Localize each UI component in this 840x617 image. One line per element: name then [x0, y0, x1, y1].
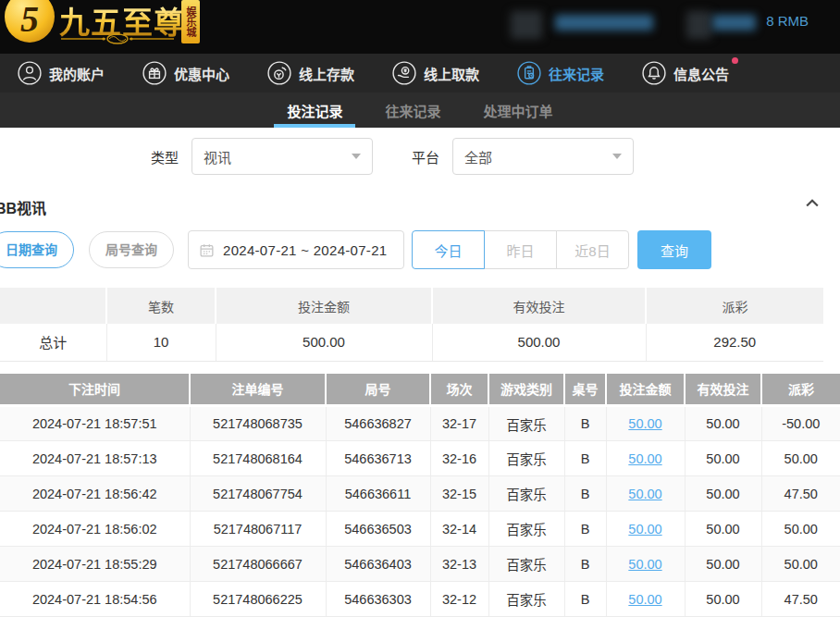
balance-amount: 8 RMB	[766, 13, 809, 29]
bet-time-cell: 2024-07-21 18:56:42	[0, 476, 190, 512]
table-number-cell: B	[564, 476, 606, 512]
table-number-cell: B	[564, 406, 606, 441]
payout-cell: 47.50	[761, 476, 840, 512]
date-range-input[interactable]: 2024-07-21 ~ 2024-07-21	[188, 230, 404, 269]
platform-select[interactable]: 全部	[452, 138, 634, 175]
nav-announcements[interactable]: 信息公告	[642, 61, 729, 85]
date-query-button[interactable]: 日期查询	[0, 231, 74, 268]
section-header: BB视讯	[0, 196, 840, 216]
payout-cell: 50.00	[761, 512, 840, 547]
nav-label: 信息公告	[673, 64, 729, 83]
search-button[interactable]: 查询	[637, 230, 711, 269]
table-row: 2024-07-21 18:56:02521748067117546636503…	[0, 512, 840, 547]
payout-cell: -50.00	[761, 406, 840, 441]
table-number-cell: B	[564, 547, 606, 582]
session-cell: 32-14	[430, 512, 488, 547]
platform-filter-label: 平台	[412, 147, 439, 167]
logo-flourish-icon	[61, 33, 174, 44]
table-number-cell: B	[564, 441, 606, 476]
logo-emblem-icon: 5	[5, 0, 55, 43]
nav-label: 线上存款	[299, 64, 354, 83]
column-header: 派彩	[761, 374, 840, 406]
column-header: 下注时间	[0, 374, 190, 406]
redacted-text	[686, 11, 711, 39]
nav-withdraw[interactable]: 线上取款	[392, 61, 479, 85]
column-header: 局号	[326, 374, 430, 406]
session-cell: 32-13	[430, 547, 488, 582]
nav-transaction-records[interactable]: 往来记录	[517, 61, 604, 85]
yesterday-button[interactable]: 昨日	[484, 230, 557, 269]
valid-bet-cell: 50.00	[685, 441, 761, 476]
valid-bet-cell: 50.00	[685, 512, 761, 547]
redacted-text	[511, 11, 542, 39]
tab-transaction-records[interactable]: 往来记录	[377, 93, 448, 128]
summary-column-header: 投注金额	[216, 288, 432, 324]
redacted-username	[555, 15, 653, 31]
site-logo[interactable]: 5 九五至尊 娱乐城	[0, 0, 213, 54]
bet-amount-cell: 50.00	[606, 441, 685, 476]
summary-column-header: 笔数	[106, 288, 216, 324]
round-number-cell: 546636713	[326, 441, 430, 476]
bet-amount-cell: 50.00	[606, 512, 685, 547]
column-header: 有效投注	[685, 374, 761, 406]
summary-total-row: 总计10500.00500.00292.50	[0, 324, 823, 361]
user-icon	[18, 61, 42, 85]
platform-select-value: 全部	[464, 147, 492, 167]
type-select-value: 视讯	[204, 147, 231, 167]
bet-amount-link[interactable]: 50.00	[628, 592, 661, 607]
today-button[interactable]: 今日	[412, 230, 485, 269]
chevron-down-icon	[352, 154, 361, 159]
round-query-button[interactable]: 局号查询	[89, 231, 174, 268]
bet-amount-link[interactable]: 50.00	[628, 416, 661, 431]
table-number-cell: B	[564, 512, 606, 547]
last-8-days-button[interactable]: 近8日	[556, 230, 629, 269]
redacted-balance	[712, 15, 756, 31]
bet-amount-link[interactable]: 50.00	[628, 451, 661, 466]
chevron-up-icon[interactable]	[803, 194, 821, 213]
valid-bet-cell: 50.00	[685, 406, 761, 441]
summary-table: 笔数投注金额有效投注派彩 总计10500.00500.00292.50	[0, 288, 823, 362]
bet-amount-cell: 50.00	[606, 476, 685, 512]
bet-time-cell: 2024-07-21 18:54:56	[0, 582, 190, 617]
nav-my-account[interactable]: 我的账户	[18, 61, 105, 85]
column-header: 场次	[430, 374, 488, 406]
query-toolbar: 日期查询 局号查询 2024-07-21 ~ 2024-07-21 今日 昨日 …	[0, 231, 840, 268]
bet-time-cell: 2024-07-21 18:57:13	[0, 441, 190, 476]
bet-records-table: 下注时间注单编号局号场次游戏类别桌号投注金额有效投注派彩 2024-07-21 …	[0, 374, 840, 617]
date-range-value: 2024-07-21 ~ 2024-07-21	[223, 242, 387, 258]
bet-time-cell: 2024-07-21 18:56:02	[0, 512, 190, 547]
session-cell: 32-12	[430, 582, 488, 617]
bet-time-cell: 2024-07-21 18:55:29	[0, 547, 190, 582]
bet-amount-link[interactable]: 50.00	[628, 522, 661, 537]
payout-cell: 50.00	[761, 547, 840, 582]
round-number-cell: 546636403	[326, 547, 430, 582]
nav-label: 线上取款	[424, 64, 479, 83]
order-number-cell: 521748066225	[190, 582, 326, 617]
summary-total-cell: 500.00	[432, 324, 646, 361]
game-type-cell: 百家乐	[488, 582, 564, 617]
summary-total-cell: 总计	[0, 324, 106, 361]
bet-amount-link[interactable]: 50.00	[628, 487, 661, 501]
notification-dot	[732, 57, 738, 64]
main-nav: 我的账户 优惠中心 线上存款 线上取款 往来记录	[0, 54, 840, 93]
table-row: 2024-07-21 18:57:13521748068164546636713…	[0, 441, 840, 476]
table-row: 2024-07-21 18:55:29521748066667546636403…	[0, 547, 840, 582]
nav-deposit[interactable]: 线上存款	[267, 61, 354, 85]
order-number-cell: 521748067754	[190, 476, 326, 512]
chevron-down-icon	[612, 154, 622, 159]
nav-label: 优惠中心	[174, 64, 229, 83]
game-type-cell: 百家乐	[488, 476, 564, 512]
tab-pending-orders[interactable]: 处理中订单	[476, 93, 561, 128]
bet-amount-link[interactable]: 50.00	[628, 557, 661, 572]
nav-label: 我的账户	[49, 64, 105, 83]
valid-bet-cell: 50.00	[685, 547, 761, 582]
type-select[interactable]: 视讯	[191, 138, 373, 175]
table-row: 2024-07-21 18:56:42521748067754546636611…	[0, 476, 840, 512]
tab-bet-records[interactable]: 投注记录	[279, 93, 350, 128]
summary-column-header: 派彩	[646, 288, 823, 324]
session-cell: 32-16	[430, 441, 488, 476]
payout-cell: 47.50	[761, 582, 840, 617]
order-number-cell: 521748068164	[190, 441, 326, 476]
record-tabs: 投注记录 往来记录 处理中订单	[0, 93, 840, 128]
nav-promotions[interactable]: 优惠中心	[142, 61, 229, 85]
